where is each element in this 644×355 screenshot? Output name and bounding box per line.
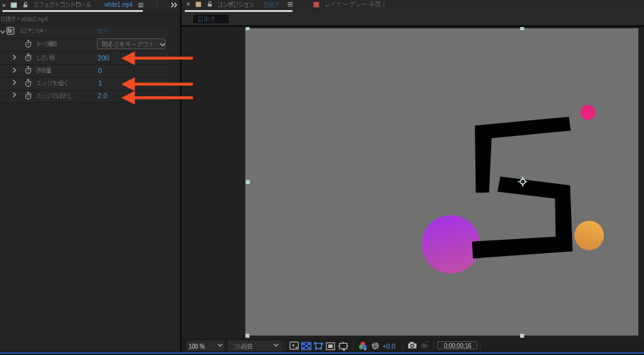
svg-text:fx: fx bbox=[8, 28, 12, 34]
